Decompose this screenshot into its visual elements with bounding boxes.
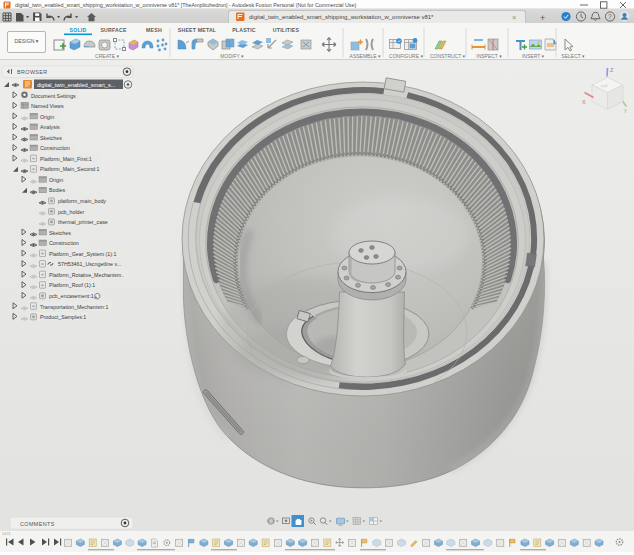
svg-text:platform_main_body: platform_main_body [58, 198, 106, 204]
svg-text:pcb_holder: pcb_holder [58, 209, 84, 215]
svg-text:SHEET METAL: SHEET METAL [178, 27, 217, 33]
svg-text:X: X [582, 99, 586, 105]
svg-text:INSPECT ▾: INSPECT ▾ [476, 53, 502, 59]
svg-text:57H53461_Uscngetline v...: 57H53461_Uscngetline v... [58, 261, 121, 267]
svg-text:digital_twin_enabled_smart_shi: digital_twin_enabled_smart_shipping_work… [15, 2, 356, 8]
svg-text:Named Views: Named Views [31, 103, 64, 109]
svg-text:Analysis: Analysis [40, 124, 60, 130]
svg-text:digital_twin_enabled_smart_shi: digital_twin_enabled_smart_shipping_work… [249, 14, 434, 20]
svg-text:Sketches: Sketches [49, 230, 71, 236]
svg-text:Y: Y [624, 108, 628, 114]
svg-text:?: ? [608, 13, 612, 20]
svg-text:TOP: TOP [600, 84, 608, 88]
svg-text:Sketches: Sketches [40, 135, 62, 141]
svg-text:Origin: Origin [40, 114, 54, 120]
svg-text:Platform_Main_First:1: Platform_Main_First:1 [40, 156, 92, 162]
svg-text:DESIGN ▾: DESIGN ▾ [15, 38, 39, 44]
svg-text:Origin: Origin [49, 177, 63, 183]
svg-text:MODIFY ▾: MODIFY ▾ [220, 53, 244, 59]
svg-text:INSERT ▾: INSERT ▾ [522, 53, 545, 59]
svg-text:ASSEMBLE ▾: ASSEMBLE ▾ [350, 53, 381, 59]
svg-text:digital_twin_enabled_smart_s..: digital_twin_enabled_smart_s... [37, 82, 116, 88]
svg-text:Bodies: Bodies [49, 187, 66, 193]
svg-text:×: × [512, 13, 516, 22]
svg-text:pcb_encasement:1: pcb_encasement:1 [49, 293, 94, 299]
svg-text:COMMENTS: COMMENTS [20, 521, 55, 527]
svg-text:SOLID: SOLID [70, 27, 87, 33]
svg-text:thermal_printer_case: thermal_printer_case [58, 219, 108, 225]
svg-text:Document Settings: Document Settings [31, 93, 76, 99]
svg-text:CONSTRUCT ▾: CONSTRUCT ▾ [430, 53, 466, 59]
svg-text:14.11: 14.11 [2, 532, 11, 536]
svg-text:PLASTIC: PLASTIC [232, 27, 256, 33]
svg-text:UTILITIES: UTILITIES [273, 27, 300, 33]
svg-text:SELECT ▾: SELECT ▾ [561, 53, 585, 59]
svg-text:CONFIGURE ▾: CONFIGURE ▾ [389, 53, 423, 59]
svg-text:Platform_Roof (1):1: Platform_Roof (1):1 [49, 282, 95, 288]
svg-text:Platform_Rotative_Mechanism..: Platform_Rotative_Mechanism.. [49, 272, 124, 278]
svg-text:BROWSER: BROWSER [17, 69, 48, 75]
svg-text:Platform_Main_Second:1: Platform_Main_Second:1 [40, 166, 100, 172]
svg-text:Transportation_Mechanism:1: Transportation_Mechanism:1 [40, 304, 108, 310]
svg-text:+: + [540, 13, 545, 23]
svg-text:Z: Z [610, 67, 614, 73]
svg-text:CREATE ▾: CREATE ▾ [95, 53, 119, 59]
svg-text:Product_Samples:1: Product_Samples:1 [40, 314, 86, 320]
svg-text:Construction: Construction [49, 240, 79, 246]
svg-text:Platform_Gear_System (1):1: Platform_Gear_System (1):1 [49, 251, 116, 257]
svg-text:Construction: Construction [40, 145, 70, 151]
svg-text:MESH: MESH [146, 27, 162, 33]
svg-text:SURFACE: SURFACE [100, 27, 127, 33]
